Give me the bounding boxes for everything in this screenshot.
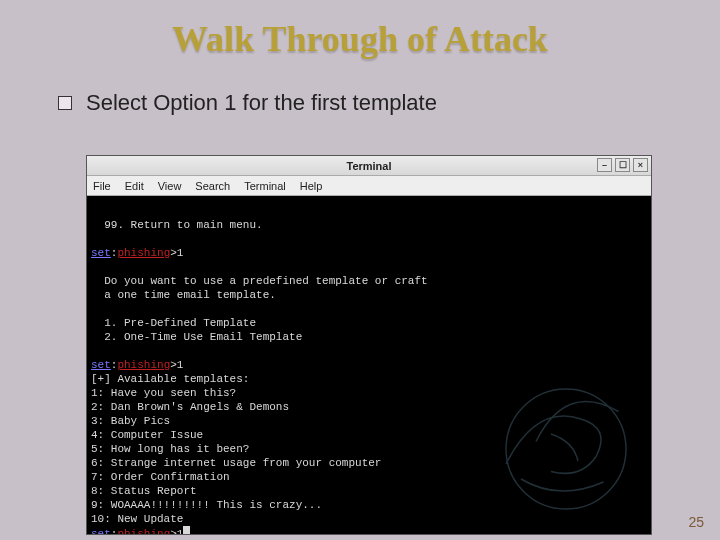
- close-button[interactable]: ×: [633, 158, 648, 172]
- terminal-titlebar: Terminal – ☐ ×: [87, 156, 651, 176]
- terminal-line: 2. One-Time Use Email Template: [91, 330, 641, 344]
- maximize-button[interactable]: ☐: [615, 158, 630, 172]
- terminal-line: Do you want to use a predefined template…: [91, 274, 641, 288]
- window-controls: – ☐ ×: [597, 158, 648, 172]
- bullet-text: Select Option 1 for the first template: [86, 90, 437, 116]
- terminal-body[interactable]: 99. Return to main menu. set:phishing>1 …: [87, 196, 651, 534]
- slide-title: Walk Through of Attack: [0, 0, 720, 60]
- menu-edit[interactable]: Edit: [125, 180, 144, 192]
- minimize-button[interactable]: –: [597, 158, 612, 172]
- terminal-line: 99. Return to main menu.: [91, 218, 641, 232]
- terminal-title: Terminal: [346, 160, 391, 172]
- terminal-line: a one time email template.: [91, 288, 641, 302]
- terminal-menubar: File Edit View Search Terminal Help: [87, 176, 651, 196]
- menu-file[interactable]: File: [93, 180, 111, 192]
- page-number: 25: [688, 514, 704, 530]
- bullet-box-icon: [58, 96, 72, 110]
- terminal-prompt-1: set:phishing>1: [91, 246, 641, 260]
- terminal-prompt-2: set:phishing>1: [91, 358, 641, 372]
- terminal-prompt-3: set:phishing>1: [91, 526, 641, 534]
- menu-search[interactable]: Search: [195, 180, 230, 192]
- bullet-row: Select Option 1 for the first template: [58, 90, 720, 116]
- terminal-line: 1. Pre-Defined Template: [91, 316, 641, 330]
- terminal-window: Terminal – ☐ × File Edit View Search Ter…: [86, 155, 652, 535]
- menu-terminal[interactable]: Terminal: [244, 180, 286, 192]
- menu-help[interactable]: Help: [300, 180, 323, 192]
- kali-dragon-icon: [491, 374, 641, 524]
- menu-view[interactable]: View: [158, 180, 182, 192]
- cursor-icon: [183, 526, 190, 534]
